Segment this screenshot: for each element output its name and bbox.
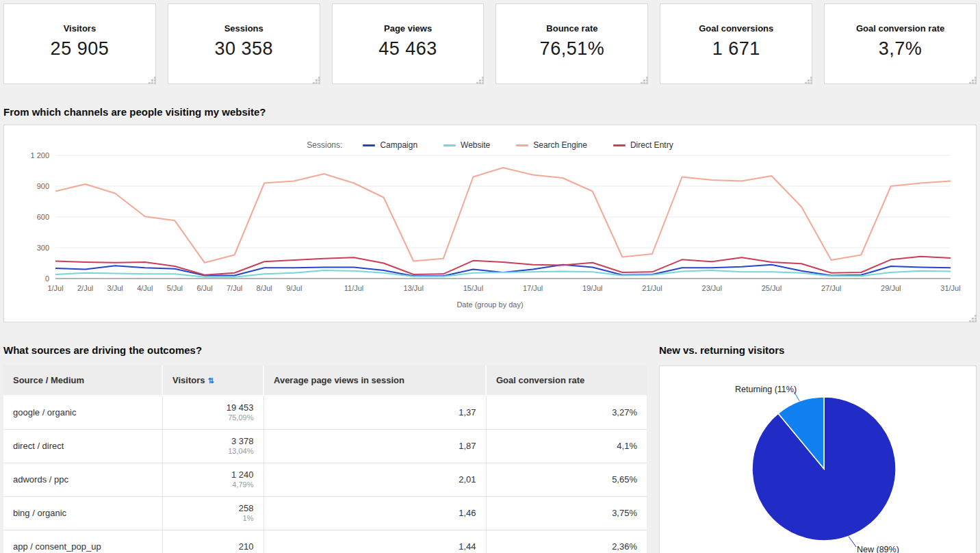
visitors-cell: 2581% [162, 496, 263, 530]
resize-grip-icon[interactable] [641, 77, 643, 79]
kpi-label: Goal conversion rate [856, 23, 944, 34]
kpi-value: 76,51% [540, 38, 605, 60]
resize-grip-icon[interactable] [313, 77, 315, 79]
line-chart-svg: 03006009001 2001/Jul2/Jul3/Jul4/Jul5/Jul… [4, 150, 975, 296]
kpi-label: Page views [384, 23, 432, 34]
kpi-card-visitors: Visitors25 905 [3, 3, 156, 84]
legend-swatch-icon [443, 144, 456, 146]
kpi-card-bounce-rate: Bounce rate76,51% [495, 3, 648, 84]
table-row: adwords / ppc1 2404,79%2,015,65% [3, 463, 647, 496]
y-tick-label: 1 200 [30, 151, 49, 159]
visitors-percent: 4,79% [172, 480, 254, 489]
pie-chart-svg: Returning (11%)New (89%) [660, 366, 976, 553]
y-tick-label: 600 [37, 213, 49, 221]
x-tick-label: 1/Jul [47, 284, 63, 292]
visitors-cell: 19 45375,09% [162, 396, 263, 429]
visitors-value: 3 378 [172, 436, 254, 447]
visitors-cell: 3 37813,04% [162, 429, 263, 463]
visitors-column: New vs. returning visitors Returning (11… [659, 322, 977, 553]
visitors-cell: 1 2404,79% [162, 463, 263, 496]
legend-series-label: Sessions: [307, 140, 342, 150]
avg-pageviews-cell: 2,01 [263, 463, 486, 496]
returning-slice-label: Returning (11%) [735, 385, 797, 394]
legend-items: CampaignWebsiteSearch EngineDirect Entry [363, 140, 673, 150]
x-tick-label: 13/Jul [404, 284, 424, 292]
legend-swatch-icon [363, 144, 375, 146]
col-header-source-medium: Source / Medium [3, 365, 162, 396]
source-medium-cell: direct / direct [3, 429, 162, 463]
goal-rate-cell: 4,1% [486, 429, 647, 463]
resize-grip-icon[interactable] [805, 77, 807, 79]
source-medium-cell: app / consent_pop_up [3, 530, 162, 553]
y-tick-label: 0 [45, 274, 49, 283]
source-medium-cell: bing / organic [3, 496, 162, 530]
source-medium-cell: adwords / ppc [3, 463, 162, 496]
visitors-cell: 210 [162, 530, 263, 553]
kpi-card-sessions: Sessions30 358 [168, 3, 320, 84]
resize-grip-icon[interactable] [149, 77, 151, 79]
x-tick-label: 6/Jul [196, 284, 212, 292]
kpi-value: 45 463 [378, 38, 437, 60]
avg-pageviews-cell: 1,46 [263, 496, 486, 530]
x-tick-label: 3/Jul [107, 284, 123, 292]
kpi-value: 3,7% [879, 38, 923, 60]
sources-table: Source / Medium Visitors⇅ Average page v… [3, 365, 647, 553]
kpi-label: Goal conversions [699, 23, 773, 34]
legend-item-campaign[interactable]: Campaign [363, 140, 417, 150]
x-tick-label: 4/Jul [137, 284, 153, 292]
x-tick-label: 29/Jul [881, 284, 901, 292]
x-tick-label: 15/Jul [463, 284, 483, 292]
x-tick-label: 2/Jul [77, 284, 93, 292]
kpi-value: 25 905 [51, 38, 109, 60]
table-row: app / consent_pop_up2101,442,36% [3, 530, 647, 553]
x-tick-label: 8/Jul [257, 284, 272, 292]
visitors-percent: 13,04% [172, 447, 254, 456]
legend-item-label: Direct Entry [630, 140, 673, 150]
resize-grip-icon[interactable] [969, 77, 971, 79]
kpi-cards-row: Visitors25 905Sessions30 358Page views45… [0, 0, 980, 84]
avg-pageviews-cell: 1,37 [263, 396, 486, 429]
table-row: bing / organic2581%1,463,75% [3, 496, 647, 530]
kpi-card-goal-conversions: Goal conversions1 671 [660, 3, 812, 84]
col-header-visitors-sort[interactable]: Visitors⇅ [162, 365, 263, 396]
x-tick-label: 21/Jul [642, 284, 662, 292]
channels-chart-panel: Sessions: CampaignWebsiteSearch EngineDi… [3, 125, 977, 322]
source-medium-cell: google / organic [3, 396, 162, 429]
goal-rate-cell: 3,27% [486, 396, 647, 429]
legend-item-label: Website [461, 140, 490, 150]
avg-pageviews-cell: 1,87 [263, 429, 486, 463]
table-row: direct / direct3 37813,04%1,874,1% [3, 429, 647, 463]
legend-swatch-icon [613, 144, 626, 146]
legend-swatch-icon [516, 144, 528, 146]
new-slice-label: New (89%) [857, 545, 899, 553]
avg-pageviews-cell: 1,44 [263, 530, 486, 553]
table-row: google / organic19 45375,09%1,373,27% [3, 396, 647, 429]
x-tick-label: 11/Jul [344, 284, 364, 292]
x-tick-label: 27/Jul [821, 284, 841, 292]
kpi-label: Bounce rate [546, 23, 597, 34]
legend-item-direct-entry[interactable]: Direct Entry [613, 140, 673, 150]
resize-grip-icon[interactable] [476, 77, 478, 79]
visitors-value: 19 453 [172, 402, 254, 413]
legend-item-label: Search Engine [533, 140, 587, 150]
legend-item-search-engine[interactable]: Search Engine [516, 140, 587, 150]
new-vs-returning-pie-chart: Returning (11%)New (89%) [660, 366, 976, 553]
x-tick-label: 31/Jul [940, 284, 960, 292]
resize-grip-icon[interactable] [969, 315, 971, 317]
sources-column: What sources are driving the outcomes? S… [3, 322, 647, 553]
visitors-value: 1 240 [172, 470, 254, 480]
series-line-search-engine [55, 168, 951, 263]
col-header-goal-rate: Goal conversion rate [486, 365, 647, 396]
visitors-value: 210 [172, 541, 254, 552]
kpi-value: 1 671 [712, 38, 760, 60]
kpi-value: 30 358 [214, 38, 273, 60]
x-tick-label: 23/Jul [702, 284, 722, 292]
goal-rate-cell: 5,65% [486, 463, 647, 496]
x-tick-label: 9/Jul [286, 284, 302, 292]
kpi-card-goal-conversion-rate: Goal conversion rate3,7% [824, 3, 977, 84]
sessions-line-chart: 03006009001 2001/Jul2/Jul3/Jul4/Jul5/Jul… [4, 150, 976, 299]
table-header-row: Source / Medium Visitors⇅ Average page v… [3, 365, 647, 396]
goal-rate-cell: 3,75% [486, 496, 647, 530]
legend-item-website[interactable]: Website [443, 140, 490, 150]
visitors-percent: 75,09% [172, 413, 254, 422]
